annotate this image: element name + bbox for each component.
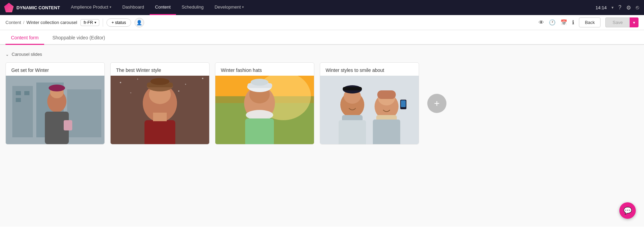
svg-rect-3 [67, 89, 101, 137]
tab-shoppable-video[interactable]: Shoppable video (Editor) [47, 30, 111, 45]
slide-image-2-svg [111, 76, 209, 144]
slide-image-1-svg [6, 76, 104, 144]
back-label: Back [585, 20, 595, 25]
nav-item-amplience[interactable]: Amplience Product ▾ [65, 0, 117, 15]
slide-image-3-svg [215, 76, 314, 144]
slide-title-2: The best Winter style [111, 63, 209, 76]
slide-card-1[interactable]: Get set for Winter [5, 62, 105, 144]
divider [103, 18, 103, 27]
section-chevron-icon: ⌄ [5, 52, 9, 57]
nav-item-dashboard[interactable]: Dashboard [117, 0, 150, 15]
save-button[interactable]: Save [605, 17, 630, 27]
help-icon[interactable]: ? [618, 4, 621, 11]
main-content: ⌄ Carousel slides Get set for Winter [0, 45, 644, 227]
svg-rect-38 [245, 118, 274, 144]
eye-icon[interactable]: 👁 [539, 20, 544, 26]
slides-row: Get set for Winter [5, 62, 639, 144]
tabs-bar: Content form Shoppable video (Editor) [0, 30, 644, 45]
breadcrumb-bar: Content / Winter collection carousel fr-… [0, 15, 644, 30]
top-nav: DYNAMIC CONTENT Amplience Product ▾ Dash… [0, 0, 644, 15]
nav-label-scheduling: Scheduling [181, 4, 203, 10]
breadcrumb-right-actions: 👁 🕐 📅 ℹ Back Save ▾ [539, 17, 639, 27]
nav-label-content: Content [155, 4, 171, 10]
svg-point-9 [49, 85, 65, 91]
svg-point-20 [178, 90, 179, 92]
brand-name: DYNAMIC CONTENT [16, 5, 60, 10]
svg-rect-27 [153, 113, 167, 121]
svg-rect-4 [16, 91, 21, 95]
save-button-group: Save ▾ [605, 17, 639, 27]
chat-icon: 💬 [623, 206, 632, 215]
svg-point-36 [251, 79, 268, 86]
brand-icon [4, 3, 14, 12]
slide-image-1 [6, 76, 104, 144]
svg-rect-51 [373, 119, 400, 144]
locale-value: fr-FR [84, 20, 93, 25]
svg-rect-46 [339, 120, 366, 144]
slide-image-4 [320, 76, 419, 144]
svg-point-17 [185, 84, 186, 85]
tab-content-form[interactable]: Content form [5, 30, 44, 45]
slide-image-2 [111, 76, 209, 144]
nav-right: 14:14 ▾ ? ⚙ ⎋ [596, 4, 644, 11]
avatar-button[interactable]: 👤 [135, 18, 144, 27]
slide-image-3 [215, 76, 314, 144]
section-title: Carousel slides [12, 52, 42, 57]
svg-rect-1 [12, 86, 33, 137]
tab-content-form-label: Content form [11, 35, 39, 40]
slide-card-3[interactable]: Winter fashion hats [215, 62, 314, 144]
back-button[interactable]: Back [579, 17, 601, 27]
svg-rect-40 [320, 76, 419, 144]
nav-label-amplience: Amplience Product [71, 4, 108, 10]
add-slide-button[interactable]: + [427, 94, 446, 113]
brand: DYNAMIC CONTENT [4, 3, 65, 12]
svg-point-19 [130, 92, 131, 93]
status-label: + status [112, 20, 126, 25]
external-link-icon[interactable]: ⎋ [636, 4, 639, 11]
svg-point-15 [137, 79, 138, 80]
svg-rect-53 [401, 100, 406, 107]
svg-rect-44 [343, 87, 362, 90]
nav-time: 14:14 [596, 5, 607, 10]
status-button[interactable]: + status [106, 18, 131, 27]
add-icon: + [434, 98, 440, 109]
chevron-down-icon-dev: ▾ [242, 5, 244, 9]
tab-shoppable-video-label: Shoppable video (Editor) [52, 35, 105, 40]
nav-chevron-icon: ▾ [611, 5, 614, 10]
slide-card-2[interactable]: The best Winter style [110, 62, 210, 144]
svg-point-25 [150, 78, 169, 85]
carousel-section-header[interactable]: ⌄ Carousel slides [5, 52, 639, 57]
locale-selector[interactable]: fr-FR ▾ [80, 19, 99, 26]
nav-item-scheduling[interactable]: Scheduling [176, 0, 209, 15]
svg-rect-5 [24, 91, 29, 95]
breadcrumb-root[interactable]: Content [5, 20, 21, 25]
history-icon[interactable]: 🕐 [549, 19, 556, 26]
breadcrumb-separator: / [23, 20, 25, 25]
svg-rect-49 [377, 90, 396, 99]
svg-rect-26 [144, 120, 175, 144]
nav-label-dashboard: Dashboard [122, 4, 144, 10]
slide-title-3: Winter fashion hats [215, 63, 314, 76]
slide-card-4[interactable]: Winter styles to smile about [320, 62, 419, 144]
calendar-icon[interactable]: 📅 [560, 19, 567, 26]
avatar-icon: 👤 [136, 20, 142, 25]
locale-chevron-icon: ▾ [94, 21, 96, 24]
slide-title-1: Get set for Winter [6, 63, 104, 76]
breadcrumb-current: Winter collection carousel [26, 20, 77, 25]
save-chevron-icon: ▾ [633, 20, 635, 25]
svg-rect-11 [64, 120, 72, 130]
chevron-down-icon: ▾ [110, 5, 111, 9]
settings-icon[interactable]: ⚙ [626, 4, 631, 11]
svg-point-14 [120, 82, 121, 83]
save-chevron-button[interactable]: ▾ [630, 17, 639, 27]
svg-rect-6 [16, 98, 21, 102]
chat-bubble[interactable]: 💬 [619, 202, 636, 219]
nav-item-content[interactable]: Content [150, 0, 176, 15]
slide-title-4: Winter styles to smile about [320, 63, 419, 76]
slide-image-4-svg [320, 76, 419, 144]
nav-item-development[interactable]: Development ▾ [209, 0, 250, 15]
nav-label-development: Development [215, 4, 241, 10]
save-label: Save [613, 20, 623, 25]
svg-point-18 [202, 78, 203, 79]
info-icon[interactable]: ℹ [572, 19, 574, 26]
